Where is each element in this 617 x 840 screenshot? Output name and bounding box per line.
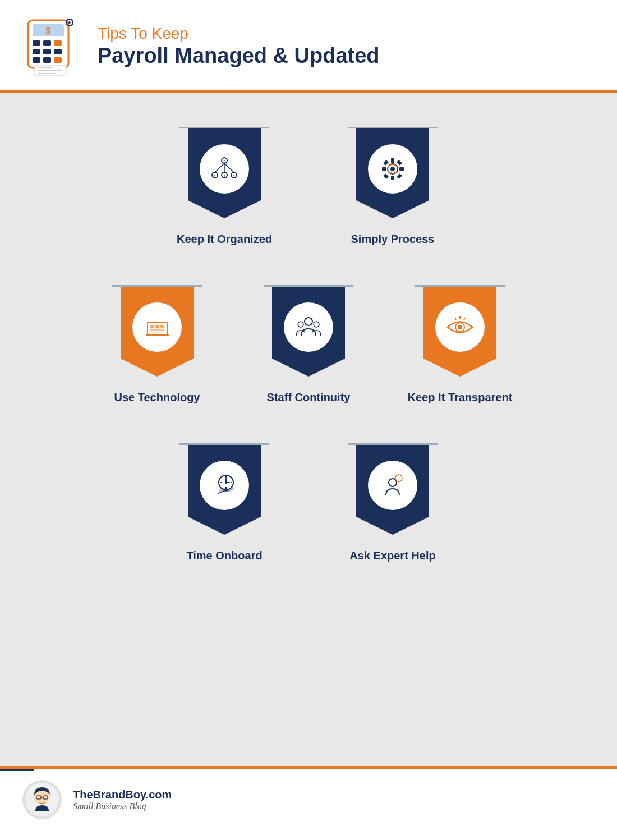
svg-rect-6 bbox=[33, 49, 40, 54]
badge-shape-staff bbox=[272, 287, 345, 377]
badge-row-2: Use Technology bbox=[22, 285, 595, 404]
svg-text:$: $ bbox=[223, 160, 225, 163]
badge-keep-it-organized: $ $ $ $ Keep It Organized bbox=[163, 127, 286, 246]
badge-shape-organized: $ $ $ $ bbox=[188, 128, 261, 218]
svg-text:$: $ bbox=[214, 175, 215, 178]
badge-row-3: Time Onboard bbox=[22, 443, 595, 562]
badge-wrapper-organized: $ $ $ $ bbox=[179, 127, 269, 218]
network-icon: $ $ $ $ bbox=[209, 154, 240, 185]
svg-rect-42 bbox=[150, 325, 154, 328]
svg-line-53 bbox=[464, 318, 465, 320]
svg-rect-44 bbox=[160, 325, 164, 328]
svg-line-70 bbox=[395, 475, 397, 476]
header-logo-icon: $ bbox=[22, 16, 84, 77]
badge-row-1: $ $ $ $ Keep It Organized bbox=[22, 127, 595, 246]
badge-circle-tech bbox=[132, 302, 182, 352]
svg-rect-32 bbox=[391, 176, 394, 180]
badge-label-staff: Staff Continuity bbox=[267, 391, 351, 404]
badge-wrapper-tech bbox=[112, 285, 202, 377]
svg-rect-35 bbox=[383, 160, 389, 166]
badge-shape-tech bbox=[121, 287, 194, 377]
svg-rect-4 bbox=[43, 40, 51, 46]
svg-point-46 bbox=[305, 318, 312, 325]
eye-icon bbox=[445, 312, 476, 343]
svg-text:$: $ bbox=[46, 26, 51, 35]
svg-rect-34 bbox=[399, 167, 404, 171]
svg-line-22 bbox=[215, 163, 224, 172]
badge-label-organized: Keep It Organized bbox=[177, 233, 272, 246]
header-text-block: Tips To Keep Payroll Managed & Updated bbox=[98, 24, 380, 68]
svg-point-30 bbox=[390, 167, 395, 171]
svg-text:$: $ bbox=[233, 175, 234, 178]
badge-label-tech: Use Technology bbox=[114, 391, 200, 404]
svg-rect-37 bbox=[383, 173, 389, 179]
badge-wrapper-process bbox=[348, 127, 438, 218]
svg-rect-33 bbox=[382, 167, 386, 171]
footer-site-name: TheBrandBoy.com bbox=[73, 788, 172, 801]
main-content: $ $ $ $ Keep It Organized bbox=[0, 93, 617, 766]
svg-point-17 bbox=[68, 21, 71, 24]
clock-icon bbox=[209, 470, 240, 501]
svg-rect-41 bbox=[146, 334, 169, 336]
badge-label-time: Time Onboard bbox=[186, 549, 262, 562]
svg-rect-8 bbox=[54, 49, 62, 54]
badge-use-technology: Use Technology bbox=[95, 285, 219, 404]
svg-point-50 bbox=[458, 325, 462, 329]
team-icon bbox=[293, 312, 324, 343]
badge-shape-expert bbox=[356, 445, 429, 535]
badge-label-expert: Ask Expert Help bbox=[349, 549, 435, 562]
gear-icon bbox=[377, 154, 408, 185]
footer: TheBrandBoy.com Small Business Blog bbox=[0, 766, 617, 830]
badge-line-organized bbox=[179, 127, 269, 128]
badge-line-transparent bbox=[415, 285, 505, 287]
footer-avatar-icon bbox=[22, 780, 62, 819]
badge-staff-continuity: Staff Continuity bbox=[247, 285, 370, 404]
badge-circle-organized: $ $ $ $ bbox=[200, 144, 249, 194]
expert-icon bbox=[377, 470, 408, 501]
badge-line-process bbox=[348, 127, 438, 128]
badge-line-tech bbox=[112, 285, 202, 287]
badge-circle-expert bbox=[368, 461, 417, 510]
svg-point-47 bbox=[298, 322, 303, 327]
svg-line-69 bbox=[401, 475, 402, 476]
badge-wrapper-time bbox=[179, 443, 269, 535]
badge-shape-transparent bbox=[423, 287, 496, 377]
badge-keep-transparent: Keep It Transparent bbox=[398, 285, 522, 404]
badge-shape-time bbox=[188, 445, 261, 535]
svg-rect-31 bbox=[391, 158, 394, 163]
footer-brand-block: TheBrandBoy.com Small Business Blog bbox=[73, 788, 172, 811]
svg-rect-3 bbox=[33, 40, 40, 46]
svg-rect-38 bbox=[397, 173, 402, 179]
badge-label-process: Simply Process bbox=[351, 233, 435, 246]
badge-circle-transparent bbox=[435, 302, 485, 352]
svg-rect-11 bbox=[54, 57, 62, 63]
badge-circle-process bbox=[368, 144, 417, 194]
tech-icon bbox=[142, 312, 173, 343]
badge-time-onboard: Time Onboard bbox=[163, 443, 286, 562]
badge-line-time bbox=[179, 443, 269, 445]
badge-shape-process bbox=[356, 128, 429, 218]
badge-line-expert bbox=[348, 443, 438, 445]
header: $ Tips To Keep Payroll Managed & Updated bbox=[0, 0, 617, 90]
header-subtitle: Tips To Keep bbox=[98, 24, 380, 43]
badge-wrapper-transparent bbox=[415, 285, 505, 377]
badge-wrapper-expert bbox=[348, 443, 438, 535]
svg-rect-36 bbox=[397, 160, 402, 166]
svg-point-61 bbox=[225, 481, 227, 484]
svg-rect-7 bbox=[43, 49, 51, 54]
badge-circle-time bbox=[200, 461, 249, 510]
badge-circle-staff bbox=[284, 302, 333, 352]
badge-label-transparent: Keep It Transparent bbox=[408, 391, 513, 404]
svg-rect-5 bbox=[54, 40, 62, 46]
badge-ask-expert: Ask Expert Help bbox=[331, 443, 454, 562]
svg-rect-45 bbox=[150, 329, 164, 331]
svg-rect-43 bbox=[155, 325, 159, 328]
svg-line-24 bbox=[224, 163, 234, 172]
svg-text:$: $ bbox=[223, 175, 225, 178]
footer-tagline: Small Business Blog bbox=[73, 801, 172, 811]
header-title: Payroll Managed & Updated bbox=[98, 43, 380, 69]
badge-simply-process: Simply Process bbox=[331, 127, 454, 246]
svg-point-48 bbox=[314, 322, 319, 327]
svg-line-52 bbox=[455, 318, 456, 320]
badge-line-staff bbox=[264, 285, 353, 287]
